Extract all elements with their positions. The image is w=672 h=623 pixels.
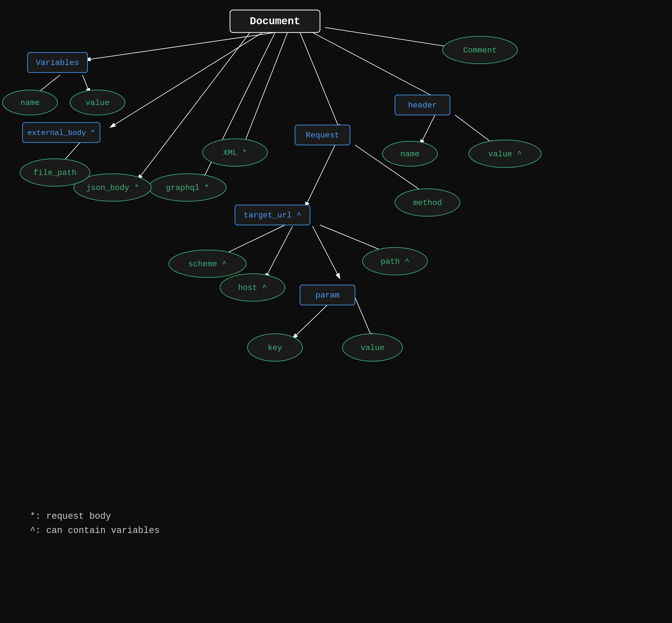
node-document: Document — [250, 16, 300, 28]
node-host: host ^ — [238, 283, 267, 293]
svg-line-17 — [265, 226, 292, 279]
node-value-hdr: value ^ — [488, 149, 522, 159]
node-value-var: value — [86, 98, 110, 108]
svg-line-15 — [305, 145, 335, 208]
legend-line2: ^: can contain variables — [30, 524, 159, 538]
node-file-path: file_path — [33, 168, 77, 178]
node-target-url: target_url ^ — [244, 211, 301, 220]
svg-line-7 — [110, 32, 263, 127]
legend: *: request body ^: can contain variables — [30, 509, 159, 538]
node-variables: Variables — [36, 58, 79, 67]
svg-line-12 — [420, 115, 435, 145]
node-param: param — [316, 291, 340, 300]
svg-line-13 — [455, 115, 495, 145]
node-name-var: name — [21, 98, 40, 108]
svg-line-19 — [313, 226, 340, 279]
node-xml: XML * — [223, 148, 247, 157]
node-path: path ^ — [380, 257, 409, 266]
svg-line-4 — [300, 32, 340, 130]
node-json-body: json_body * — [86, 183, 139, 192]
legend-line1: *: request body — [30, 509, 159, 524]
node-method: method — [413, 198, 442, 208]
svg-line-21 — [355, 297, 373, 339]
node-name-hdr: name — [401, 149, 420, 159]
node-key: key — [268, 343, 282, 353]
svg-line-16 — [220, 225, 285, 256]
node-external-body: external_body * — [28, 129, 95, 137]
node-graphql: graphql * — [166, 183, 209, 192]
node-header: header — [408, 101, 437, 110]
node-value-param: value — [360, 343, 384, 353]
svg-line-5 — [242, 32, 288, 148]
node-request: Request — [306, 131, 339, 140]
node-comment: Comment — [463, 46, 497, 55]
node-scheme: scheme ^ — [188, 260, 227, 269]
